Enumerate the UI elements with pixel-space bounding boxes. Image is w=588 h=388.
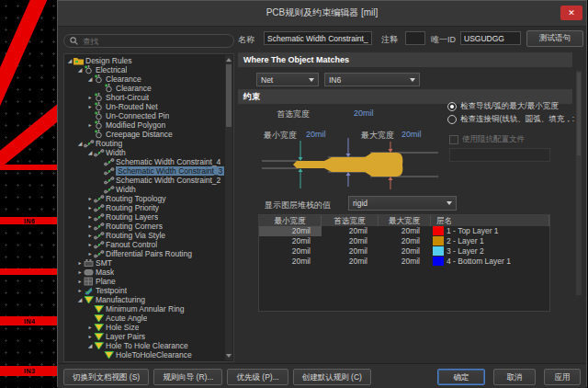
tree-item-un-routed-net[interactable]: ▸Un-Routed Net — [64, 102, 233, 111]
tree-item-mask[interactable]: ▸Mask — [64, 268, 233, 277]
collapse-icon[interactable]: ◢ — [86, 74, 94, 84]
scroll-down-icon[interactable] — [226, 354, 232, 358]
expand-icon[interactable]: ▸ — [86, 102, 94, 111]
impedance-profile-checkbox[interactable]: 使用阻抗配置文件 — [449, 134, 525, 145]
expand-icon[interactable]: ▸ — [86, 212, 94, 222]
tree-item-width[interactable]: Width — [64, 185, 233, 194]
scroll-up-icon[interactable] — [226, 58, 232, 62]
expand-icon[interactable]: ▸ — [86, 332, 94, 341]
tree-item-holetoholeclearance[interactable]: HoleToHoleClearance — [64, 350, 233, 359]
width-cell[interactable]: 20mil — [322, 246, 379, 257]
tree-item-smt[interactable]: ▸SMT — [64, 258, 233, 268]
width-cell[interactable]: 20mil — [259, 236, 322, 246]
table-row[interactable]: 20mil20mil20mil4 - Bottom Layer 1 — [259, 257, 549, 267]
tree-item-routing-via-style[interactable]: ▸Routing Via Style — [64, 231, 233, 240]
layer-stack-dropdown[interactable]: rigid — [348, 196, 457, 211]
expand-icon[interactable]: ▸ — [86, 231, 94, 240]
scope-net-dropdown[interactable]: IN6 — [324, 73, 420, 86]
width-cell[interactable]: 20mil — [322, 257, 379, 267]
rules-tree[interactable]: ◢Design Rules◢Electrical◢ClearanceCleara… — [63, 53, 234, 362]
title-bar[interactable]: PCB规则及约束编辑器 [mil] ✕ — [58, 1, 586, 27]
switch-to-document-view-button[interactable]: 切换到文档视图 (S) — [63, 369, 149, 385]
tree-item-routing-layers[interactable]: ▸Routing Layers — [64, 212, 233, 222]
tree-item-electrical[interactable]: ◢Electrical — [64, 65, 233, 74]
tree-item-layer-pairs[interactable]: ▸Layer Pairs — [64, 332, 233, 341]
cancel-button[interactable]: 取消 — [493, 369, 536, 385]
rule-name-input[interactable] — [264, 31, 372, 45]
col-min-width[interactable]: 最小宽度 — [259, 215, 322, 226]
table-row[interactable]: 20mil20mil20mil1 - Top Layer 1 — [259, 226, 549, 236]
layer-width-table[interactable]: 最小宽度 首选宽度 最大宽度 层名 20mil20mil20mil1 - Top… — [258, 214, 550, 312]
expand-icon[interactable]: ▸ — [76, 268, 84, 277]
tree-item-acute-angle[interactable]: Acute Angle — [64, 314, 233, 323]
tree-item-modified-polygon[interactable]: ▸Modified Polygon — [64, 120, 233, 130]
create-default-rules-button[interactable]: 创建默认规则 (C) — [293, 369, 371, 385]
tree-item-schematic-width-constraint-2[interactable]: Schematic Width Constraint_2 — [64, 176, 233, 185]
tree-item-routing-corners[interactable]: ▸Routing Corners — [64, 222, 233, 231]
test-query-button[interactable]: 测试语句 — [526, 30, 583, 47]
width-cell[interactable]: 20mil — [379, 236, 431, 246]
width-cell[interactable]: 20mil — [322, 226, 379, 236]
width-cell[interactable]: 20mil — [379, 246, 431, 257]
tree-item-clearance[interactable]: Clearance — [64, 84, 233, 93]
expand-icon[interactable]: ▸ — [86, 222, 94, 231]
tree-item-testpoint[interactable]: ▸Testpoint — [64, 286, 233, 295]
table-row[interactable]: 20mil20mil20mil3 - Layer 2 — [259, 246, 549, 257]
table-row[interactable]: 20mil20mil20mil2 - Layer 1 — [259, 236, 549, 246]
tree-item-short-circuit[interactable]: ▸Short-Circuit — [64, 93, 233, 102]
collapse-icon[interactable]: ◢ — [66, 56, 74, 65]
width-cell[interactable]: 20mil — [379, 226, 431, 236]
unique-id-input[interactable] — [460, 31, 521, 45]
ok-button[interactable]: 确定 — [437, 369, 485, 385]
scrollbar-thumb[interactable] — [577, 73, 581, 155]
col-layer-name[interactable]: 层名 — [431, 215, 549, 226]
preferred-width-value[interactable]: 20mil — [354, 108, 374, 118]
search-box[interactable] — [63, 34, 234, 48]
collapse-icon[interactable]: ◢ — [86, 148, 94, 157]
expand-icon[interactable]: ▸ — [86, 93, 94, 102]
col-preferred-width[interactable]: 首选宽度 — [322, 215, 379, 226]
width-cell[interactable]: 20mil — [259, 226, 322, 236]
tree-item-hole-to-hole-clearance[interactable]: ◢Hole To Hole Clearance — [64, 341, 233, 350]
scope-type-dropdown[interactable]: Net — [256, 73, 319, 86]
tree-item-routing[interactable]: ◢Routing — [64, 139, 233, 148]
rule-wizard-button[interactable]: 规则向导 (R)... — [153, 369, 222, 385]
width-cell[interactable]: 20mil — [259, 257, 322, 267]
tree-item-width[interactable]: ◢Width — [64, 148, 233, 157]
tree-scrollbar[interactable] — [225, 55, 232, 360]
tree-item-differential-pairs-routing[interactable]: ▸Differential Pairs Routing — [64, 249, 233, 258]
tree-item-hole-size[interactable]: ▸Hole Size — [64, 323, 233, 332]
expand-icon[interactable]: ▸ — [76, 277, 84, 286]
tree-item-creepage-distance[interactable]: Creepage Distance — [64, 130, 233, 139]
radio-check-track[interactable]: 检查导线/弧的最大/最小宽度 — [447, 101, 585, 112]
scrollbar-thumb[interactable] — [226, 64, 232, 127]
collapse-icon[interactable]: ◢ — [76, 65, 84, 74]
tree-item-routing-priority[interactable]: ▸Routing Priority — [64, 203, 233, 212]
tree-item-schematic-width-constraint-4[interactable]: Schematic Width Constraint_4 — [64, 157, 233, 166]
apply-button[interactable]: 应用 — [544, 369, 581, 385]
radio-check-copper[interactable]: 检查连接铜(线轨、圆弧、填充，: — [447, 114, 585, 125]
tree-item-clearance[interactable]: ◢Clearance — [64, 74, 233, 84]
tree-item-manufacturing[interactable]: ◢Manufacturing — [64, 295, 233, 304]
comment-input[interactable] — [405, 31, 425, 45]
collapse-icon[interactable]: ◢ — [86, 341, 94, 350]
expand-icon[interactable]: ▸ — [76, 258, 84, 268]
tree-item-design-rules[interactable]: ◢Design Rules — [64, 56, 233, 65]
tree-item-schematic-width-constraint-3[interactable]: Schematic Width Constraint_3 — [64, 166, 233, 176]
tree-item-routing-topology[interactable]: ▸Routing Topology — [64, 194, 233, 203]
tree-item-plane[interactable]: ▸Plane — [64, 277, 233, 286]
expand-icon[interactable]: ▸ — [86, 240, 94, 249]
width-cell[interactable]: 20mil — [259, 246, 322, 257]
search-input[interactable] — [81, 36, 213, 47]
expand-icon[interactable]: ▸ — [76, 286, 84, 295]
expand-icon[interactable]: ▸ — [86, 203, 94, 212]
tree-item-un-connected-pin[interactable]: Un-Connected Pin — [64, 111, 233, 120]
panel-scrollbar[interactable] — [576, 71, 582, 295]
expand-icon[interactable]: ▸ — [86, 249, 94, 258]
close-button[interactable]: ✕ — [560, 6, 582, 20]
width-cell[interactable]: 20mil — [322, 236, 379, 246]
expand-icon[interactable]: ▸ — [86, 194, 94, 203]
tree-item-minimum-annular-ring[interactable]: Minimum Annular Ring — [64, 304, 233, 314]
tree-item-fanout-control[interactable]: ▸Fanout Control — [64, 240, 233, 249]
collapse-icon[interactable]: ◢ — [76, 295, 84, 304]
